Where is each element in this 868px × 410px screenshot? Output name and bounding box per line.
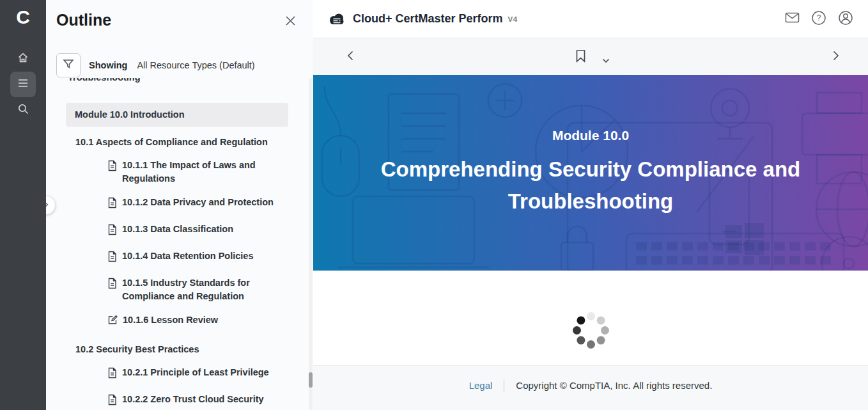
outline-item[interactable]: 10.1.3 Data Classification xyxy=(66,217,308,244)
banner-module-label: Module 10.0 xyxy=(552,128,629,143)
outline-item-label: Troubleshooting xyxy=(68,78,308,83)
menu-icon xyxy=(17,79,29,90)
loading-spinner xyxy=(570,310,611,351)
lesson-toolbar xyxy=(313,38,868,75)
left-rail: C xyxy=(0,0,46,410)
search-button[interactable] xyxy=(10,97,36,123)
lesson-review-icon xyxy=(107,315,118,329)
svg-text:?: ? xyxy=(817,13,821,22)
outline-item[interactable]: 10.1.6 Lesson Review xyxy=(66,308,308,334)
outline-item-label: 10.1.4 Data Retention Policies xyxy=(122,249,254,263)
outline-item-label: 10.1.6 Lesson Review xyxy=(123,313,218,327)
outline-item-label: 10.2.1 Principle of Least Privilege xyxy=(122,366,269,379)
document-icon xyxy=(107,251,117,266)
comptia-logo: C xyxy=(0,6,46,28)
chevron-left-icon xyxy=(347,51,353,63)
copyright-text: Copyright © CompTIA, Inc. All rights res… xyxy=(516,380,712,391)
document-icon xyxy=(107,160,117,175)
module-banner: Module 10.0 Comprehending Security Compl… xyxy=(313,75,868,271)
help-icon: ? xyxy=(811,10,826,28)
outline-item-label: 10.1.2 Data Privacy and Protection xyxy=(122,196,274,209)
close-icon xyxy=(285,15,296,29)
app-screen: C Outline xyxy=(0,0,868,410)
close-outline-button[interactable] xyxy=(283,14,298,29)
banner-title: Comprehending Security Compliance and Tr… xyxy=(357,154,824,217)
outline-scrollbar-track[interactable] xyxy=(309,78,313,410)
home-button[interactable] xyxy=(10,46,36,72)
bookmark-menu-button[interactable] xyxy=(598,52,614,68)
chevron-right-icon xyxy=(833,51,839,63)
account-button[interactable] xyxy=(837,11,854,28)
next-page-button[interactable] xyxy=(828,49,844,65)
showing-label: Showing xyxy=(89,60,127,70)
home-icon xyxy=(17,52,29,66)
outline-item-label: 10.2 Security Best Practices xyxy=(75,344,199,354)
outline-item[interactable]: 10.1.2 Data Privacy and Protection xyxy=(66,191,308,217)
document-icon xyxy=(107,278,117,293)
outline-item-label: 10.1.5 Industry Standards for Compliance… xyxy=(122,276,274,303)
lesson-content xyxy=(313,271,868,365)
search-icon xyxy=(17,103,29,118)
outline-item[interactable]: 10.2 Security Best Practices xyxy=(66,338,308,361)
outline-list: Troubleshooting Module 10.0 Introduction… xyxy=(46,78,308,410)
outline-item[interactable]: 10.2.2 Zero Trust Cloud Security xyxy=(66,388,308,410)
app-title: Cloud+ CertMaster Perform xyxy=(353,12,503,26)
outline-item-label: Module 10.0 Introduction xyxy=(75,109,185,120)
outline-item-label: 10.1.1 The Impact of Laws and Regulation… xyxy=(122,159,274,185)
document-icon xyxy=(107,367,117,382)
resource-filter-row: Showing All Resource Types (Default) xyxy=(56,53,255,77)
outline-item[interactable]: 10.1.4 Data Retention Policies xyxy=(66,244,308,271)
outline-items: Module 10.0 Introduction 10.1 Aspects of… xyxy=(66,103,308,410)
document-icon xyxy=(107,394,117,409)
outline-item-label: 10.1 Aspects of Compliance and Regulatio… xyxy=(75,137,268,147)
outline-panel: Outline Showing All Resource Types (Defa… xyxy=(46,0,313,410)
outline-item-label: 10.1.3 Data Classification xyxy=(122,223,233,236)
mail-icon xyxy=(785,12,800,26)
document-icon xyxy=(107,224,117,239)
page-footer: Legal Copyright © CompTIA, Inc. All righ… xyxy=(313,365,868,410)
footer-divider xyxy=(504,380,504,393)
help-button[interactable]: ? xyxy=(810,11,827,28)
bookmark-icon xyxy=(575,49,586,65)
filter-value: All Resource Types (Default) xyxy=(137,60,254,70)
outline-item[interactable]: 10.1 Aspects of Compliance and Regulatio… xyxy=(66,131,308,154)
outline-item[interactable]: 10.1.5 Industry Standards for Compliance… xyxy=(66,271,308,308)
funnel-icon xyxy=(62,58,75,73)
filter-button[interactable] xyxy=(56,53,81,77)
previous-page-button[interactable] xyxy=(343,49,358,65)
outline-scrollbar-thumb[interactable] xyxy=(309,372,313,388)
messages-button[interactable] xyxy=(784,11,800,28)
chevron-down-icon xyxy=(602,54,610,66)
document-icon xyxy=(107,197,117,212)
cloud-list-icon xyxy=(327,12,346,26)
outline-title: Outline xyxy=(56,11,111,29)
outline-item[interactable]: 10.2.1 Principle of Least Privilege xyxy=(66,361,308,388)
main-area: Cloud+ CertMaster Perform V4 ? xyxy=(313,0,868,410)
outline-item[interactable]: 10.1.1 The Impact of Laws and Regulation… xyxy=(66,154,308,191)
app-version: V4 xyxy=(508,15,518,23)
account-icon xyxy=(838,10,853,28)
outline-item-label: 10.2.2 Zero Trust Cloud Security xyxy=(122,393,264,406)
bookmark-button[interactable] xyxy=(573,49,588,65)
app-header: Cloud+ CertMaster Perform V4 ? xyxy=(313,0,868,38)
legal-link[interactable]: Legal xyxy=(469,380,493,391)
outline-menu-button[interactable] xyxy=(10,72,36,97)
outline-item[interactable]: Module 10.0 Introduction xyxy=(66,103,288,127)
outline-item-partial[interactable]: Troubleshooting xyxy=(68,78,308,89)
